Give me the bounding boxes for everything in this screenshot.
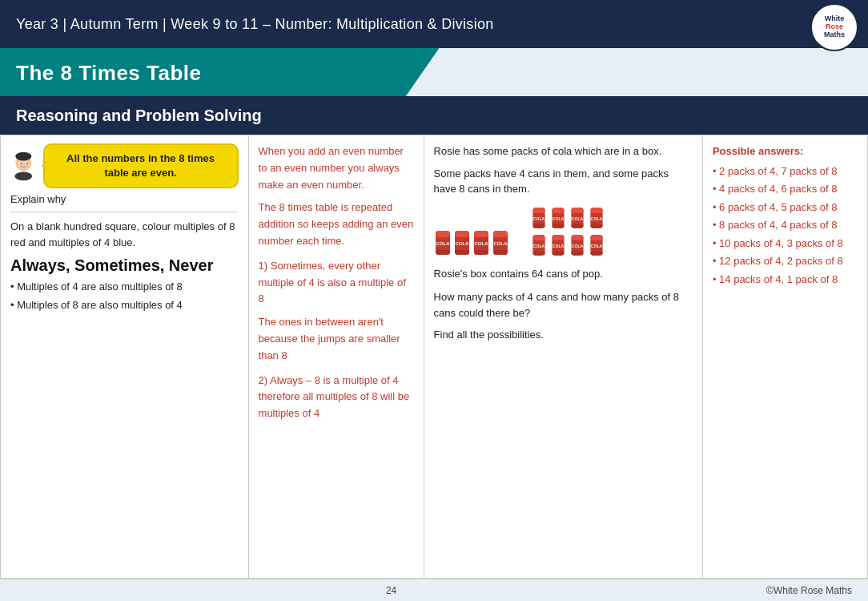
svg-rect-33 [571, 208, 583, 213]
svg-rect-50 [571, 251, 583, 255]
title-bar-wrapper: The 8 Times Table [0, 48, 868, 96]
logo-text-maths: Maths [824, 31, 845, 39]
svg-point-3 [15, 152, 31, 161]
svg-rect-42 [532, 251, 545, 255]
header: Year 3 | Autumn Term | Week 9 to 11 – Nu… [0, 0, 868, 48]
possible-answers-list: • 2 packs of 4, 7 packs of 8 • 4 packs o… [713, 163, 858, 288]
svg-rect-49 [571, 235, 583, 240]
divider-1 [10, 212, 239, 212]
answer-line4: The ones in between aren't because the j… [259, 314, 414, 364]
can-9: COLA [530, 232, 548, 258]
bullet-1: • Multiples of 4 are also multiples of 8 [10, 280, 239, 294]
explain-why-text: Explain why [10, 193, 239, 205]
answer-item-1: • 4 packs of 4, 6 packs of 8 [713, 181, 858, 197]
content-area: All the numbers in the 8 times table are… [0, 135, 868, 579]
svg-text:COLA: COLA [571, 243, 583, 248]
can-2: COLA [453, 228, 471, 258]
pack-of-4: COLA COLA COLA CO [434, 228, 509, 258]
svg-rect-46 [552, 251, 564, 255]
answer-item-0: • 2 packs of 4, 7 packs of 8 [713, 163, 858, 179]
can-8: COLA [588, 205, 605, 231]
answer-line3: 1) Sometimes, every other multiple of 4 … [259, 258, 414, 308]
col3-find: Find all the possibilities. [434, 327, 693, 343]
svg-text:COLA: COLA [552, 243, 564, 248]
bullet-2: • Multiples of 8 are also multiples of 4 [10, 298, 239, 313]
footer-copyright: ©White Rose Maths [766, 585, 852, 596]
svg-rect-25 [532, 208, 545, 213]
svg-text:COLA: COLA [493, 241, 508, 246]
svg-rect-18 [474, 250, 488, 255]
svg-rect-14 [455, 250, 469, 255]
section-bar: Reasoning and Problem Solving [0, 96, 868, 135]
can-3: COLA [472, 228, 490, 258]
title-bar: The 8 Times Table [0, 48, 477, 96]
section-heading: Reasoning and Problem Solving [16, 107, 262, 125]
bubble-text: All the numbers in the 8 times table are… [66, 152, 215, 179]
col3-intro2: Some packs have 4 cans in them, and some… [434, 166, 693, 197]
svg-point-0 [14, 171, 32, 180]
character-avatar [10, 143, 37, 184]
svg-text:COLA: COLA [474, 241, 488, 246]
svg-text:COLA: COLA [552, 216, 564, 220]
svg-text:COLA: COLA [590, 216, 602, 220]
svg-rect-53 [590, 235, 602, 240]
svg-rect-37 [590, 208, 602, 213]
char-bubble-row: All the numbers in the 8 times table are… [10, 143, 239, 188]
column-2: When you add an even number to an even n… [249, 135, 424, 578]
page-title: The 8 Times Table [16, 61, 202, 86]
can-1: COLA [434, 228, 452, 258]
svg-rect-38 [590, 224, 602, 228]
svg-rect-54 [590, 251, 602, 255]
svg-point-6 [20, 163, 22, 164]
blank-square-text: On a blank hundred square, colour multip… [10, 219, 239, 250]
svg-rect-10 [436, 250, 450, 255]
svg-rect-41 [532, 235, 545, 240]
svg-text:COLA: COLA [455, 241, 469, 246]
can-7: COLA [569, 205, 586, 231]
always-sometimes-heading: Always, Sometimes, Never [10, 256, 239, 275]
answer-item-5: • 12 packs of 4, 2 packs of 8 [713, 253, 858, 269]
col3-intro1: Rosie has some packs of cola which are i… [434, 143, 693, 159]
svg-text:COLA: COLA [436, 241, 450, 246]
white-rose-logo: White Rose Maths [810, 3, 858, 51]
svg-text:COLA: COLA [590, 243, 602, 248]
page-number: 24 [386, 585, 396, 596]
svg-rect-13 [455, 231, 469, 237]
column-3: Rosie has some packs of cola which are i… [424, 135, 703, 578]
can-6: COLA [549, 205, 567, 231]
can-11: COLA [569, 232, 586, 258]
answer-line2: The 8 times table is repeated addition s… [259, 200, 414, 249]
pack-of-8: COLA COLA COLA [530, 205, 605, 258]
svg-rect-29 [552, 208, 564, 213]
column-1: All the numbers in the 8 times table are… [1, 135, 249, 578]
svg-text:COLA: COLA [532, 216, 545, 220]
footer: 24 ©White Rose Maths [0, 579, 868, 601]
answer-item-6: • 14 packs of 4, 1 pack of 8 [713, 272, 858, 288]
column-4: Possible answers: • 2 packs of 4, 7 pack… [703, 135, 867, 578]
speech-bubble: All the numbers in the 8 times table are… [43, 143, 239, 188]
svg-rect-17 [474, 231, 488, 237]
svg-rect-45 [552, 235, 564, 240]
answer-line1: When you add an even number to an even n… [259, 143, 414, 193]
svg-rect-30 [552, 224, 564, 228]
cans-illustration: COLA COLA COLA CO [434, 205, 693, 258]
can-12: COLA [588, 232, 605, 258]
answer-line5: 2) Always – 8 is a multiple of 4 therefo… [259, 373, 414, 422]
answer-item-4: • 10 packs of 4, 3 packs of 8 [713, 236, 858, 252]
answer-item-3: • 8 packs of 4, 4 packs of 8 [713, 217, 858, 233]
svg-text:COLA: COLA [571, 216, 583, 220]
svg-text:COLA: COLA [532, 243, 545, 248]
header-title: Year 3 | Autumn Term | Week 9 to 11 – Nu… [16, 16, 494, 33]
svg-rect-22 [493, 250, 508, 255]
possible-answers-title: Possible answers: [713, 143, 858, 160]
svg-rect-34 [571, 224, 583, 228]
can-5: COLA [530, 205, 548, 231]
svg-rect-21 [493, 231, 508, 237]
svg-rect-9 [436, 231, 450, 237]
col3-question: How many packs of 4 cans and how many pa… [434, 289, 693, 321]
answer-item-2: • 6 packs of 4, 5 packs of 8 [713, 200, 858, 216]
col3-contains: Rosie's box contains 64 cans of pop. [434, 266, 693, 282]
can-4: COLA [492, 228, 509, 258]
svg-rect-26 [532, 224, 545, 228]
svg-point-7 [26, 163, 28, 164]
